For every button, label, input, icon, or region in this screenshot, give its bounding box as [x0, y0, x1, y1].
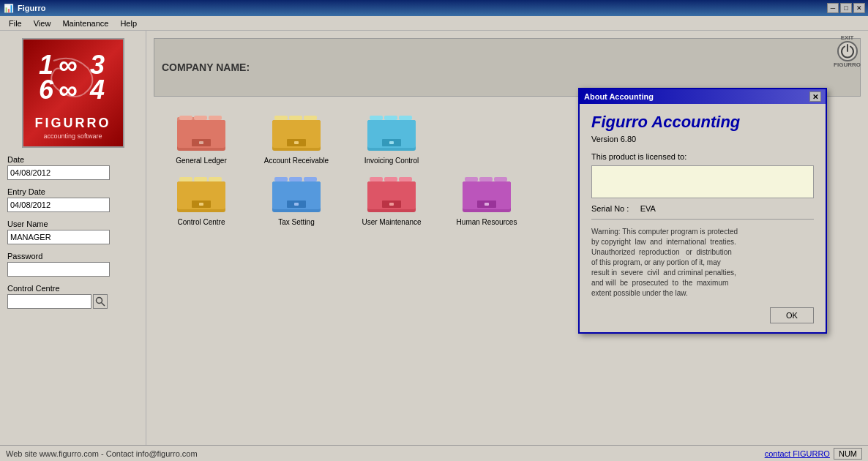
- control-centre-row: [7, 294, 138, 309]
- svg-rect-31: [179, 177, 192, 181]
- user-maintenance-icon[interactable]: User Maintenance: [359, 173, 424, 227]
- svg-rect-32: [194, 177, 207, 181]
- menu-maintenance[interactable]: Maintenance: [56, 18, 114, 29]
- user-maintenance-folder: [366, 173, 417, 215]
- title-bar: 📊 Figurro ─ □ ✕: [0, 0, 868, 16]
- svg-rect-40: [304, 177, 317, 181]
- title-text: Figurro: [18, 4, 827, 12]
- general-ledger-folder: [176, 111, 227, 154]
- password-field-group: Password: [7, 252, 138, 277]
- dialog-version: Version 6.80: [591, 135, 814, 143]
- password-label: Password: [7, 252, 138, 261]
- exit-label-top: EXIT: [841, 34, 854, 41]
- power-icon: [837, 41, 858, 61]
- dialog-licensed-label: This product is licensed to:: [591, 152, 814, 161]
- status-text: Web site www.figurro.com - Contact info@…: [6, 449, 198, 458]
- svg-text:4: 4: [89, 75, 105, 105]
- invoicing-control-label: Invoicing Control: [364, 157, 419, 165]
- svg-rect-52: [465, 177, 478, 181]
- date-field-group: Date: [7, 155, 138, 180]
- svg-rect-36: [199, 203, 203, 206]
- svg-rect-25: [384, 116, 397, 120]
- human-resources-label: Human Resources: [457, 218, 517, 227]
- dialog-divider: [591, 219, 814, 220]
- entry-date-field-group: Entry Date: [7, 187, 138, 212]
- svg-text:∞: ∞: [59, 75, 78, 105]
- serial-value: EVA: [640, 204, 656, 213]
- power-svg: [839, 43, 856, 59]
- entry-date-label: Entry Date: [7, 187, 138, 196]
- dialog-serial: Serial No : EVA: [591, 204, 814, 213]
- search-icon: [95, 296, 105, 307]
- control-centre-app-icon[interactable]: Control Centre: [168, 173, 234, 227]
- tax-setting-icon[interactable]: Tax Setting: [263, 173, 329, 227]
- username-field-group: User Name: [7, 220, 138, 244]
- svg-rect-11: [179, 116, 192, 120]
- svg-line-7: [102, 303, 105, 307]
- svg-rect-18: [289, 116, 302, 120]
- title-bar-controls: ─ □ ✕: [827, 3, 865, 13]
- svg-rect-45: [370, 177, 383, 181]
- account-receivable-label: Account Receivable: [264, 157, 329, 165]
- date-input[interactable]: [7, 165, 110, 180]
- dialog-close-button[interactable]: ✕: [809, 91, 821, 102]
- svg-rect-12: [194, 116, 207, 120]
- close-button[interactable]: ✕: [853, 3, 865, 13]
- search-button[interactable]: [93, 294, 108, 309]
- menu-file[interactable]: File: [3, 18, 28, 29]
- account-receivable-icon[interactable]: Account Receivable: [263, 111, 329, 165]
- svg-rect-50: [389, 203, 394, 206]
- status-bar: Web site www.figurro.com - Contact info@…: [0, 445, 868, 461]
- exit-button[interactable]: EXIT FIGURRO: [834, 34, 861, 68]
- maximize-button[interactable]: □: [840, 3, 852, 13]
- num-indicator: NUM: [834, 448, 862, 460]
- dialog-warning: Warning: This computer program is protec…: [591, 227, 814, 299]
- invoicing-control-folder: [366, 111, 417, 154]
- svg-rect-17: [274, 116, 288, 120]
- svg-rect-19: [304, 116, 317, 120]
- dialog-title-bar: About Accounting ✕: [580, 89, 826, 104]
- sidebar-fields: Date Entry Date User Name Password Contr…: [7, 151, 138, 320]
- general-ledger-label: General Ledger: [176, 157, 227, 165]
- user-maintenance-label: User Maintenance: [362, 218, 421, 227]
- menu-help[interactable]: Help: [114, 18, 143, 29]
- control-centre-input[interactable]: [7, 294, 91, 309]
- menu-bar: File View Maintenance Help: [0, 16, 868, 31]
- username-input[interactable]: [7, 230, 110, 244]
- dialog-ok-button[interactable]: OK: [770, 307, 814, 323]
- dialog-title: About Accounting: [584, 92, 809, 101]
- control-centre-label: Control Centre: [7, 284, 138, 293]
- password-input[interactable]: [7, 262, 110, 277]
- dialog-app-name: Figurro Accounting: [591, 113, 814, 132]
- general-ledger-icon[interactable]: General Ledger: [168, 111, 234, 165]
- svg-rect-22: [294, 141, 299, 144]
- dialog-body: Figurro Accounting Version 6.80 This pro…: [580, 104, 826, 332]
- svg-rect-54: [494, 177, 507, 181]
- invoicing-control-icon[interactable]: Invoicing Control: [359, 111, 424, 165]
- svg-rect-39: [289, 177, 302, 181]
- tax-setting-folder: [271, 173, 322, 215]
- svg-rect-13: [209, 116, 222, 120]
- account-receivable-folder: [271, 111, 322, 154]
- svg-rect-57: [484, 203, 489, 206]
- dialog-license-box: [591, 165, 814, 198]
- status-right: contact FIGURRO NUM: [765, 448, 862, 460]
- tax-setting-label: Tax Setting: [278, 218, 314, 227]
- contact-link[interactable]: contact FIGURRO: [765, 449, 830, 458]
- svg-rect-53: [479, 177, 493, 181]
- svg-rect-33: [209, 177, 222, 181]
- control-centre-field-group: Control Centre: [7, 284, 138, 309]
- svg-rect-15: [199, 141, 203, 144]
- app-icon: 📊: [3, 2, 15, 14]
- svg-rect-38: [274, 177, 288, 181]
- logo-brand: FIGURRO: [35, 116, 111, 131]
- human-resources-icon[interactable]: Human Resources: [454, 173, 520, 227]
- svg-rect-26: [399, 116, 412, 120]
- minimize-button[interactable]: ─: [827, 3, 839, 13]
- menu-view[interactable]: View: [28, 18, 57, 29]
- svg-point-6: [97, 298, 102, 304]
- about-dialog: About Accounting ✕ Figurro Accounting Ve…: [578, 88, 827, 334]
- entry-date-input[interactable]: [7, 198, 110, 212]
- company-name-label: COMPANY NAME:: [162, 61, 250, 73]
- date-label: Date: [7, 155, 138, 164]
